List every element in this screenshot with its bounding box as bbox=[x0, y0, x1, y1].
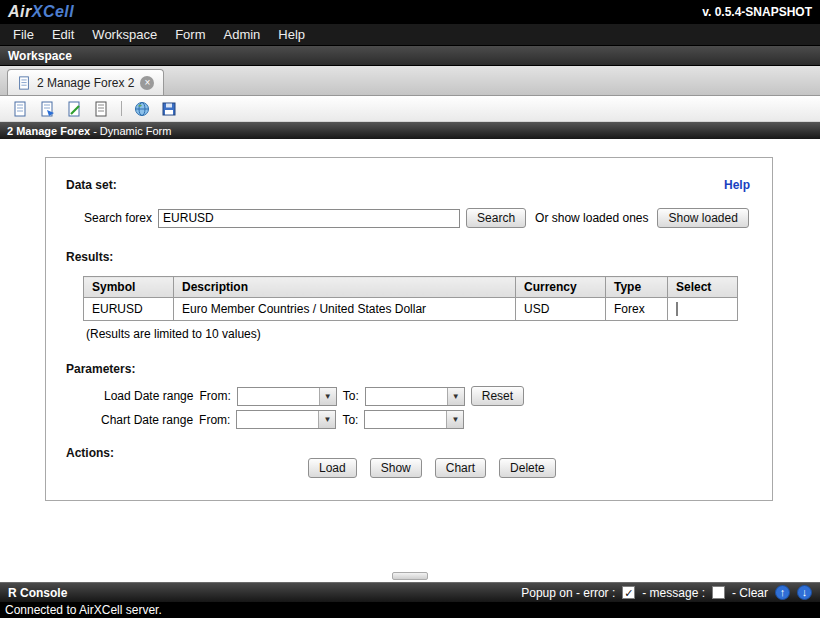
cell-select bbox=[668, 298, 738, 321]
parameters-section-label: Parameters: bbox=[66, 362, 135, 376]
new-form-icon[interactable] bbox=[38, 100, 56, 118]
reset-button[interactable]: Reset bbox=[471, 386, 524, 406]
chart-from-value bbox=[237, 411, 318, 428]
load-to-label: To: bbox=[343, 389, 359, 403]
console-title: R Console bbox=[8, 586, 67, 600]
or-show-loaded-text: Or show loaded ones bbox=[532, 211, 651, 225]
cell-type: Forex bbox=[606, 298, 668, 321]
chart-from-dropdown[interactable]: ▼ bbox=[236, 410, 336, 429]
chart-to-dropdown[interactable]: ▼ bbox=[364, 410, 464, 429]
actions-section-label: Actions: bbox=[66, 446, 114, 460]
document-icon bbox=[17, 76, 31, 90]
table-row: EURUSD Euro Member Countries / United St… bbox=[84, 298, 738, 321]
form-header-subtitle: - Dynamic Form bbox=[93, 125, 171, 137]
globe-icon[interactable] bbox=[133, 100, 151, 118]
console-splitter-handle[interactable] bbox=[392, 572, 428, 580]
results-limit-note: (Results are limited to 10 values) bbox=[86, 327, 261, 341]
main-content: Data set: Help Search forex Search Or sh… bbox=[0, 139, 820, 582]
scroll-up-icon[interactable]: ↑ bbox=[775, 585, 790, 600]
cell-currency: USD bbox=[516, 298, 606, 321]
row-select-checkbox[interactable] bbox=[676, 302, 678, 316]
form-header-bar: 2 Manage Forex - Dynamic Form bbox=[0, 122, 820, 139]
tab-close-icon[interactable]: × bbox=[140, 76, 154, 90]
status-bar: Connected to AirXCell server. bbox=[0, 602, 820, 618]
form-toolbar bbox=[0, 96, 820, 122]
dynamic-form-panel: Data set: Help Search forex Search Or sh… bbox=[45, 157, 773, 501]
chart-date-range-label: Chart Date range bbox=[101, 413, 193, 427]
popup-message-label: - message : bbox=[642, 586, 705, 600]
menu-help[interactable]: Help bbox=[269, 27, 314, 42]
menu-form[interactable]: Form bbox=[166, 27, 214, 42]
cell-symbol: EURUSD bbox=[84, 298, 174, 321]
menu-edit[interactable]: Edit bbox=[43, 27, 83, 42]
load-from-value bbox=[238, 388, 319, 405]
chart-date-range-row: Chart Date range From: ▼ To: ▼ bbox=[101, 410, 464, 429]
toolbar-separator bbox=[121, 101, 122, 116]
load-from-label: From: bbox=[199, 389, 230, 403]
console-bar: R Console Popup on - error : ✓ - message… bbox=[0, 582, 820, 602]
help-link[interactable]: Help bbox=[724, 178, 750, 192]
load-to-value bbox=[366, 388, 447, 405]
search-forex-label: Search forex bbox=[84, 211, 152, 225]
clear-link[interactable]: - Clear bbox=[732, 586, 768, 600]
cell-description: Euro Member Countries / United States Do… bbox=[174, 298, 516, 321]
popup-error-label: Popup on - error : bbox=[521, 586, 615, 600]
form-icon[interactable] bbox=[11, 100, 29, 118]
col-header-description: Description bbox=[174, 277, 516, 298]
load-date-range-row: Load Date range From: ▼ To: ▼ Reset bbox=[104, 386, 524, 406]
actions-row: Load Show Chart Delete bbox=[308, 458, 556, 478]
chart-from-label: From: bbox=[199, 413, 230, 427]
dataset-section-label: Data set: bbox=[66, 178, 117, 192]
logo-air-text: Air bbox=[8, 3, 32, 20]
chevron-down-icon[interactable]: ▼ bbox=[446, 411, 463, 428]
results-header-row: Symbol Description Currency Type Select bbox=[84, 277, 738, 298]
load-to-dropdown[interactable]: ▼ bbox=[365, 387, 465, 406]
col-header-symbol: Symbol bbox=[84, 277, 174, 298]
app-logo: AirXCell bbox=[8, 3, 74, 21]
chevron-down-icon[interactable]: ▼ bbox=[318, 411, 335, 428]
menu-admin[interactable]: Admin bbox=[215, 27, 270, 42]
view-form-icon[interactable] bbox=[92, 100, 110, 118]
search-button[interactable]: Search bbox=[466, 208, 526, 228]
message-checkbox[interactable] bbox=[712, 586, 725, 599]
menu-bar: File Edit Workspace Form Admin Help bbox=[0, 24, 820, 46]
load-from-dropdown[interactable]: ▼ bbox=[237, 387, 337, 406]
tab-strip: 2 Manage Forex 2 × bbox=[0, 66, 820, 96]
chart-button[interactable]: Chart bbox=[435, 458, 486, 478]
tab-label: 2 Manage Forex 2 bbox=[37, 76, 134, 90]
chart-to-label: To: bbox=[342, 413, 358, 427]
search-row: Search forex Search Or show loaded ones … bbox=[84, 208, 749, 228]
col-header-type: Type bbox=[606, 277, 668, 298]
chevron-down-icon[interactable]: ▼ bbox=[319, 388, 336, 405]
chevron-down-icon[interactable]: ▼ bbox=[447, 388, 464, 405]
logo-xcell-text: XCell bbox=[32, 3, 75, 20]
top-bar: AirXCell v. 0.5.4-SNAPSHOT bbox=[0, 0, 820, 24]
workspace-header-label: Workspace bbox=[8, 49, 72, 63]
results-section-label: Results: bbox=[66, 250, 113, 264]
load-button[interactable]: Load bbox=[308, 458, 357, 478]
scroll-down-icon[interactable]: ↓ bbox=[797, 585, 812, 600]
status-text: Connected to AirXCell server. bbox=[5, 603, 162, 617]
load-date-range-label: Load Date range bbox=[104, 389, 193, 403]
menu-workspace[interactable]: Workspace bbox=[83, 27, 166, 42]
col-header-select: Select bbox=[668, 277, 738, 298]
console-controls: Popup on - error : ✓ - message : - Clear… bbox=[521, 585, 812, 600]
show-loaded-button[interactable]: Show loaded bbox=[657, 208, 748, 228]
results-table: Symbol Description Currency Type Select … bbox=[83, 276, 738, 321]
menu-file[interactable]: File bbox=[4, 27, 43, 42]
version-label: v. 0.5.4-SNAPSHOT bbox=[702, 5, 812, 19]
error-checkbox[interactable]: ✓ bbox=[622, 586, 635, 599]
form-header-title: 2 Manage Forex bbox=[7, 125, 90, 137]
chart-to-value bbox=[365, 411, 446, 428]
edit-form-icon[interactable] bbox=[65, 100, 83, 118]
search-forex-input[interactable] bbox=[158, 209, 460, 228]
save-icon[interactable] bbox=[160, 100, 178, 118]
workspace-header: Workspace bbox=[0, 46, 820, 66]
delete-button[interactable]: Delete bbox=[499, 458, 556, 478]
tab-manage-forex[interactable]: 2 Manage Forex 2 × bbox=[7, 69, 164, 95]
col-header-currency: Currency bbox=[516, 277, 606, 298]
show-button[interactable]: Show bbox=[370, 458, 422, 478]
